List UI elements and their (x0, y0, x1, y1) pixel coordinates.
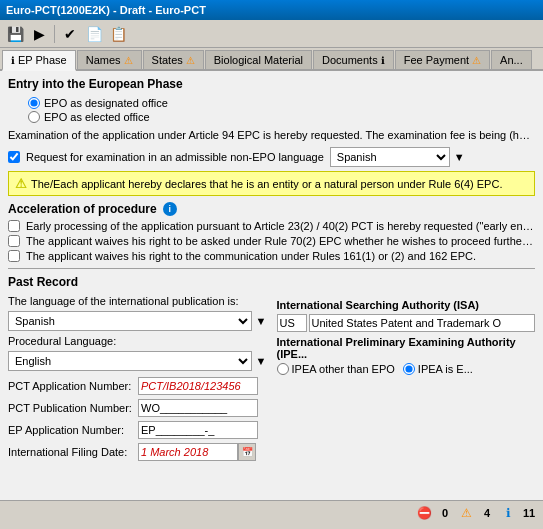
pct-app-num-label: PCT Application Number: (8, 380, 138, 392)
save-button[interactable]: 💾 (4, 23, 26, 45)
radio-elected-label: EPO as elected office (44, 111, 150, 123)
play-button[interactable]: ▶ (28, 23, 50, 45)
accel-text-3: The applicant waives his right to the co… (26, 250, 535, 262)
yellow-notice-text: The/Each applicant hereby declares that … (31, 178, 502, 190)
isa-row (277, 314, 536, 332)
divider (8, 268, 535, 269)
lang-publication-dropdown[interactable]: Spanish English (8, 311, 252, 331)
title-bar: Euro-PCT(1200E2K) - Draft - Euro-PCT (0, 0, 543, 20)
isa-code-input[interactable] (277, 314, 307, 332)
accel-heading: Acceleration of procedure i (8, 202, 535, 216)
accel-checkbox-1[interactable] (8, 220, 20, 232)
tab-documents-label: Documents (322, 54, 378, 66)
pct-pub-num-label: PCT Publication Number: (8, 402, 138, 414)
dropdown-arrow-icon: ▼ (454, 151, 465, 163)
proc-lang-arrow-icon: ▼ (256, 355, 267, 367)
page-button[interactable]: 📄 (83, 23, 105, 45)
left-column: The language of the international public… (8, 295, 267, 465)
accel-row-2: The applicant waives his right to be ask… (8, 235, 535, 247)
tab-ep-phase-icon: ℹ (11, 55, 15, 66)
tab-an[interactable]: An... (491, 50, 532, 69)
past-record-heading: Past Record (8, 275, 535, 289)
tab-biological-material[interactable]: Biological Material (205, 50, 312, 69)
checkbox-examination[interactable] (8, 151, 20, 163)
tab-ep-phase[interactable]: ℹ EP Phase (2, 50, 76, 71)
main-content: Entry into the European Phase EPO as des… (0, 71, 543, 500)
yellow-notice-box: ⚠ The/Each applicant hereby declares tha… (8, 171, 535, 196)
accel-checkbox-2[interactable] (8, 235, 20, 247)
radio-ipea-other[interactable] (277, 363, 289, 375)
radio-row-elected: EPO as elected office (28, 111, 535, 123)
exam-text: Examination of the application under Art… (8, 129, 535, 141)
lang-publication-row: The language of the international public… (8, 295, 267, 307)
stop-count: 0 (437, 507, 453, 519)
tab-names[interactable]: Names ⚠ (77, 50, 142, 69)
tab-ep-phase-label: EP Phase (18, 54, 67, 66)
accel-text-1: Early processing of the application purs… (26, 220, 535, 232)
tab-documents-icon: ℹ (381, 55, 385, 66)
radio-ipea-is-label: IPEA is E... (418, 363, 473, 375)
tab-names-label: Names (86, 54, 121, 66)
radio-ipea-other-label: IPEA other than EPO (292, 363, 395, 375)
tab-biological-material-label: Biological Material (214, 54, 303, 66)
info-icon[interactable]: ℹ (499, 504, 517, 522)
procedural-lang-dropdown[interactable]: English French (8, 351, 252, 371)
lang-pub-arrow-icon: ▼ (256, 315, 267, 327)
pct-app-num-row: PCT Application Number: (8, 377, 267, 395)
tab-states-label: States (152, 54, 183, 66)
tab-an-label: An... (500, 54, 523, 66)
calendar-button[interactable]: 📅 (238, 443, 256, 461)
tab-names-icon: ⚠ (124, 55, 133, 66)
two-column-layout: The language of the international public… (8, 295, 535, 465)
ep-app-num-input[interactable] (138, 421, 258, 439)
tabs-container: ℹ EP Phase Names ⚠ States ⚠ Biological M… (0, 48, 543, 71)
accel-info-button[interactable]: i (163, 202, 177, 216)
radio-row-designated: EPO as designated office (28, 97, 535, 109)
radio-group-epo: EPO as designated office EPO as elected … (8, 97, 535, 123)
status-bar: ⛔ 0 ⚠ 4 ℹ 11 (0, 500, 543, 524)
int-filing-date-label: International Filing Date: (8, 446, 138, 458)
check-button[interactable]: ✔ (59, 23, 81, 45)
accel-row-1: Early processing of the application purs… (8, 220, 535, 232)
stop-icon[interactable]: ⛔ (415, 504, 433, 522)
warning-icon[interactable]: ⚠ (457, 504, 475, 522)
ep-app-num-label: EP Application Number: (8, 424, 138, 436)
radio-elected-office[interactable] (28, 111, 40, 123)
right-column: International Searching Authority (ISA) … (277, 295, 536, 465)
radio-designated-label: EPO as designated office (44, 97, 168, 109)
language-dropdown[interactable]: Spanish French German (330, 147, 450, 167)
accel-row-3: The applicant waives his right to the co… (8, 250, 535, 262)
isa-heading: International Searching Authority (ISA) (277, 299, 536, 311)
tab-states[interactable]: States ⚠ (143, 50, 204, 69)
warning-count: 4 (479, 507, 495, 519)
ipea-heading: International Preliminary Examining Auth… (277, 336, 536, 360)
accel-text-2: The applicant waives his right to be ask… (26, 235, 535, 247)
lang-publication-label: The language of the international public… (8, 295, 267, 307)
toolbar: 💾 ▶ ✔ 📄 📋 (0, 20, 543, 48)
toolbar-separator (54, 25, 55, 43)
tab-documents[interactable]: Documents ℹ (313, 50, 394, 69)
tab-states-icon: ⚠ (186, 55, 195, 66)
pct-pub-num-row: PCT Publication Number: (8, 399, 267, 417)
int-filing-date-field: 📅 (138, 443, 267, 461)
tab-fee-payment-label: Fee Payment (404, 54, 469, 66)
tab-fee-payment-icon: ⚠ (472, 55, 481, 66)
tab-fee-payment[interactable]: Fee Payment ⚠ (395, 50, 490, 69)
ep-phase-heading: Entry into the European Phase (8, 77, 535, 91)
accel-heading-text: Acceleration of procedure (8, 202, 157, 216)
pct-pub-num-input[interactable] (138, 399, 258, 417)
radio-designated-office[interactable] (28, 97, 40, 109)
procedural-lang-label: Procedural Language: (8, 335, 267, 347)
isa-name-input[interactable] (309, 314, 536, 332)
int-filing-date-input[interactable] (138, 443, 238, 461)
ep-app-num-row: EP Application Number: (8, 421, 267, 439)
procedural-lang-row: Procedural Language: (8, 335, 267, 347)
accel-checkbox-3[interactable] (8, 250, 20, 262)
title-text: Euro-PCT(1200E2K) - Draft - Euro-PCT (6, 4, 206, 16)
checkbox-examination-label: Request for examination in an admissible… (26, 151, 324, 163)
pct-app-num-input[interactable] (138, 377, 258, 395)
yellow-warning-icon: ⚠ (15, 176, 27, 191)
info-count: 11 (521, 507, 537, 519)
radio-ipea-is[interactable] (403, 363, 415, 375)
page2-button[interactable]: 📋 (107, 23, 129, 45)
